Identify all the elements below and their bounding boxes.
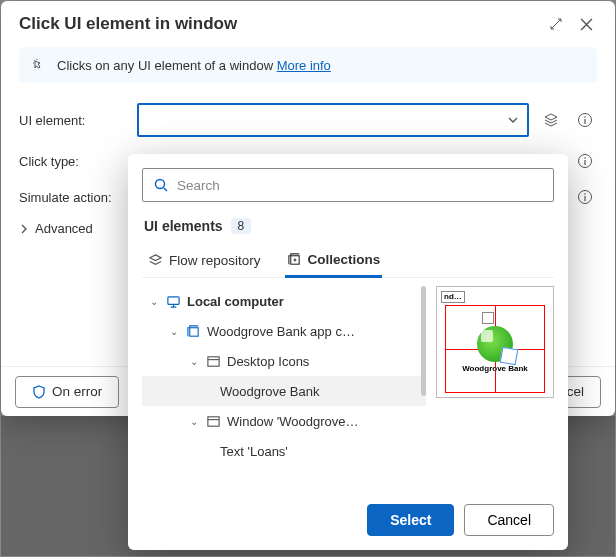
preview-caption: Woodgrove Bank — [462, 364, 528, 373]
more-info-link[interactable]: More info — [277, 58, 331, 73]
svg-point-7 — [584, 193, 586, 195]
tree-node-app[interactable]: ⌄ Woodgrove Bank app c… — [142, 316, 426, 346]
chevron-down-icon — [507, 114, 519, 126]
shield-icon — [32, 385, 46, 399]
svg-rect-8 — [584, 196, 585, 201]
tree-node-group[interactable]: ⌄ Desktop Icons — [142, 346, 426, 376]
ui-element-tree[interactable]: ⌄ Local computer ⌄ Woodgrove Bank app c…… — [142, 286, 426, 494]
tree-node-item[interactable]: Text 'Loans' — [142, 436, 426, 466]
collection-icon — [186, 324, 201, 339]
click-type-label: Click type: — [19, 154, 127, 169]
svg-point-4 — [584, 157, 586, 159]
tree-node-item-selected[interactable]: Woodgrove Bank — [142, 376, 426, 406]
on-error-button[interactable]: On error — [15, 376, 119, 408]
svg-rect-13 — [208, 356, 219, 365]
chevron-down-icon: ⌄ — [148, 296, 160, 307]
search-input[interactable]: Search — [142, 168, 554, 202]
tree-node-group[interactable]: ⌄ Window 'Woodgrove… — [142, 406, 426, 436]
tree-node-root[interactable]: ⌄ Local computer — [142, 286, 426, 316]
popup-footer: Select Cancel — [142, 504, 554, 536]
dialog-title: Click UI element in window — [19, 14, 237, 34]
checkbox-icon — [482, 312, 494, 324]
svg-point-1 — [584, 116, 586, 118]
computer-icon — [166, 294, 181, 309]
preview-grid: Woodgrove Bank — [445, 305, 545, 393]
layers-icon[interactable] — [539, 108, 563, 132]
repository-icon — [148, 253, 163, 268]
ui-element-dropdown[interactable] — [137, 103, 529, 137]
search-icon — [153, 177, 169, 193]
info-text: Clicks on any UI element of a window — [57, 58, 277, 73]
title-bar: Click UI element in window — [1, 1, 615, 47]
svg-point-9 — [156, 180, 165, 189]
close-icon[interactable] — [571, 9, 601, 39]
chevron-down-icon: ⌄ — [168, 326, 180, 337]
chevron-down-icon: ⌄ — [188, 356, 200, 367]
cursor-click-icon — [31, 57, 47, 73]
scrollbar-thumb[interactable] — [421, 286, 426, 396]
count-badge: 8 — [231, 218, 252, 234]
info-bar: Clicks on any UI element of a window Mor… — [19, 47, 597, 83]
svg-rect-11 — [168, 296, 179, 304]
window-icon — [206, 354, 221, 369]
chevron-right-icon — [19, 224, 29, 234]
svg-rect-2 — [584, 119, 585, 124]
svg-rect-5 — [584, 160, 585, 165]
expand-icon[interactable] — [541, 9, 571, 39]
cancel-button[interactable]: Cancel — [464, 504, 554, 536]
ui-element-picker-popup: Search UI elements 8 Flow repository Col… — [128, 154, 568, 550]
info-icon[interactable] — [573, 149, 597, 173]
app-icon — [477, 326, 513, 362]
tab-flow-repository[interactable]: Flow repository — [146, 244, 263, 277]
tabs: Flow repository Collections — [142, 244, 554, 278]
info-icon[interactable] — [573, 185, 597, 209]
svg-rect-12 — [190, 327, 198, 335]
element-preview: nd… Woodgrove Bank — [436, 286, 554, 398]
collections-icon — [287, 252, 302, 267]
svg-rect-14 — [208, 416, 219, 425]
tab-collections[interactable]: Collections — [285, 244, 383, 278]
preview-header: nd… — [441, 291, 465, 303]
window-icon — [206, 414, 221, 429]
chevron-down-icon: ⌄ — [188, 416, 200, 427]
section-heading: UI elements 8 — [144, 218, 552, 234]
simulate-action-label: Simulate action: — [19, 190, 127, 205]
info-icon[interactable] — [573, 108, 597, 132]
select-button[interactable]: Select — [367, 504, 454, 536]
ui-element-label: UI element: — [19, 113, 127, 128]
